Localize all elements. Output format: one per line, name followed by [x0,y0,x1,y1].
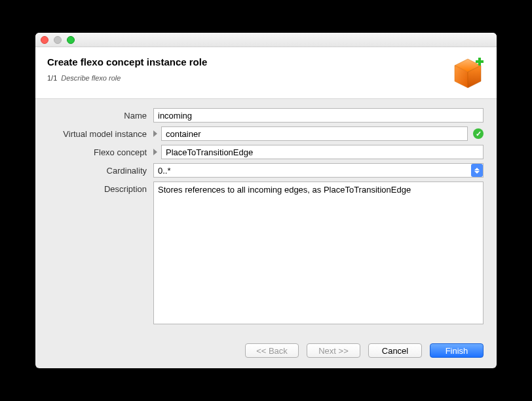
step-indicator: 1/1 Describe flexo role [47,74,207,82]
description-label: Description [48,181,153,194]
button-bar: << Back Next >> Cancel Finish [35,337,497,368]
chevron-right-icon[interactable] [153,130,157,137]
page-title: Create flexo concept instance role [47,56,207,67]
cube-plus-icon [451,56,485,90]
back-button[interactable]: << Back [245,343,299,358]
name-input[interactable] [153,108,484,123]
form: Name Virtual model instance ✓ Flexo conc… [35,99,497,337]
minimize-icon [54,36,62,44]
cardinality-select[interactable]: 0..* [153,163,484,178]
cancel-button[interactable]: Cancel [368,343,422,358]
svg-rect-4 [476,60,484,63]
name-label: Name [48,108,153,121]
vmi-input[interactable] [161,126,468,141]
close-icon[interactable] [41,36,48,44]
cardinality-value: 0..* [158,166,171,176]
select-arrows-icon [471,164,483,177]
wizard-header: Create flexo concept instance role 1/1 D… [35,47,497,99]
zoom-icon[interactable] [67,36,75,44]
titlebar [35,33,497,47]
valid-check-icon: ✓ [473,128,484,139]
concept-label: Flexo concept [48,145,153,157]
chevron-right-icon[interactable] [153,149,157,155]
finish-button[interactable]: Finish [430,343,484,358]
step-count: 1/1 [47,74,57,82]
step-description: Describe flexo role [61,74,121,82]
cardinality-label: Cardinality [48,163,153,176]
dialog-window: Create flexo concept instance role 1/1 D… [35,33,497,368]
next-button[interactable]: Next >> [307,343,360,358]
concept-input[interactable] [161,145,484,159]
vmi-label: Virtual model instance [48,126,153,139]
description-textarea[interactable] [153,181,484,324]
